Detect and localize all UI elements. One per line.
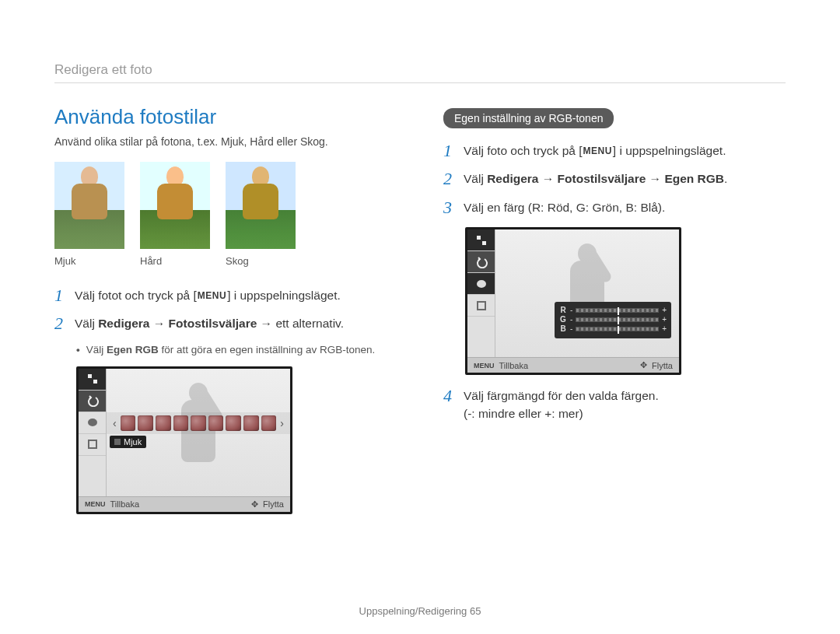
style-chip — [208, 415, 224, 431]
bullet-post: för att göra en egen inställning av RGB-… — [159, 344, 375, 356]
undo-icon — [79, 391, 106, 412]
svg-rect-5 — [482, 241, 486, 245]
step2-text-pre: Välj — [75, 317, 98, 330]
svg-rect-4 — [477, 236, 481, 240]
thumb-labels: Mjuk Hård Skog — [54, 255, 397, 267]
footer-move-label: Flytta — [652, 361, 673, 370]
step-number: 1 — [443, 142, 456, 159]
left-step-1: 1 Välj fotot och tryck på [MENU] i uppsp… — [54, 287, 397, 304]
svg-point-2 — [88, 419, 97, 426]
page-footer: Uppspelning/Redigering 65 — [0, 605, 840, 617]
menu-button-label: MENU — [197, 289, 227, 303]
style-chip — [156, 415, 171, 431]
r-step1-pre: Välj foto och tryck på [ — [464, 144, 583, 157]
left-step-2: 2 Välj Redigera → Fotostilsväljare → ett… — [54, 315, 397, 332]
breadcrumb: Redigera ett foto — [54, 62, 786, 83]
left-column: Använda fotostilar Använd olika stilar p… — [54, 105, 397, 514]
style-chip — [191, 415, 206, 431]
intro-text: Använd olika stilar på fotona, t.ex. Mju… — [54, 135, 397, 148]
undo-icon — [467, 251, 495, 273]
thumb-label-soft: Mjuk — [54, 255, 124, 267]
r-step4-line2: (-: mindre eller +: mer) — [464, 405, 786, 422]
step2-text-post: → ett alternativ. — [257, 317, 344, 330]
step1-text-post: ] i uppspelningsläget. — [227, 289, 341, 302]
minus-icon: - — [570, 324, 572, 333]
frame-icon — [467, 295, 495, 317]
svg-rect-3 — [89, 440, 96, 448]
svg-rect-1 — [93, 380, 97, 384]
rgb-row-r: R - + — [559, 306, 667, 314]
rgb-slider — [576, 308, 659, 313]
subsection-pill: Egen inställning av RGB-tonen — [443, 108, 614, 128]
style-chip — [261, 415, 277, 431]
right-column: Egen inställning av RGB-tonen 1 Välj fot… — [443, 105, 786, 514]
nav-icon: ✥ — [640, 360, 647, 370]
right-step-4: 4 Välj färgmängd för den valda färgen. (… — [443, 387, 786, 422]
thumb-forest — [226, 162, 296, 249]
footer-back-label: Tillbaka — [110, 499, 140, 509]
step-number: 1 — [54, 287, 67, 304]
r-step1-post: ] i uppspelningsläget. — [613, 144, 726, 157]
plus-icon: + — [662, 315, 667, 324]
r-step2-pre: Välj — [464, 172, 487, 185]
style-strip: ‹ › — [107, 412, 290, 434]
bullet-pre: Välj — [86, 344, 107, 356]
section-heading: Använda fotostilar — [54, 105, 397, 129]
plus-icon: + — [662, 324, 667, 333]
step-number: 3 — [443, 199, 456, 216]
lcd-preview: R - + G - + — [495, 229, 679, 357]
rgb-label-b: B — [559, 324, 567, 333]
left-sub-bullet: • Välj Egen RGB för att göra en egen ins… — [76, 344, 397, 356]
style-chip — [226, 415, 241, 431]
minus-icon: - — [570, 315, 572, 324]
rgb-label-g: G — [559, 315, 567, 324]
footer-page-number: 65 — [470, 605, 481, 617]
style-chip — [243, 415, 259, 431]
thumb-hard — [140, 162, 210, 249]
svg-rect-0 — [88, 374, 92, 378]
style-chip — [121, 415, 136, 431]
lcd-screen-rgb: R - + G - + — [465, 227, 681, 375]
style-swatch-icon — [114, 439, 121, 445]
step-number: 2 — [443, 170, 456, 187]
rgb-label-r: R — [559, 306, 567, 314]
r-step2-post: . — [724, 172, 727, 185]
nav-icon: ✥ — [251, 499, 258, 510]
plus-icon: + — [662, 306, 667, 314]
chevron-right-icon: › — [278, 417, 285, 429]
step2-bold: Redigera → Fotostilsväljare — [98, 317, 257, 330]
rgb-row-b: B - + — [559, 324, 667, 333]
exposure-icon — [79, 369, 106, 391]
lcd-side-toolbar — [467, 229, 495, 357]
step1-text-pre: Välj fotot och tryck på [ — [75, 289, 197, 302]
style-thumbnails — [54, 162, 397, 249]
rgb-slider — [576, 317, 659, 322]
style-chip — [173, 415, 189, 431]
thumb-soft — [54, 162, 124, 249]
thumb-label-forest: Skog — [226, 255, 296, 267]
r-step4-line1: Välj färgmängd för den valda färgen. — [464, 387, 786, 405]
chevron-left-icon: ‹ — [111, 417, 118, 429]
svg-rect-7 — [478, 302, 485, 310]
footer-back-label: Tillbaka — [499, 361, 529, 370]
lcd-footer: MENU Tillbaka ✥ Flytta — [79, 496, 290, 512]
rgb-panel: R - + G - + — [555, 302, 671, 338]
step-number: 2 — [54, 315, 67, 332]
r-step2-bold: Redigera → Fotostilsväljare → Egen RGB — [487, 172, 724, 185]
palette-icon — [79, 412, 106, 434]
rgb-row-g: G - + — [559, 315, 667, 324]
footer-move-label: Flytta — [263, 499, 284, 509]
exposure-icon — [467, 229, 495, 251]
minus-icon: - — [570, 306, 572, 314]
right-step-1: 1 Välj foto och tryck på [MENU] i uppspe… — [443, 142, 786, 159]
lcd-side-toolbar — [79, 369, 107, 496]
style-chip — [138, 415, 153, 431]
bullet-icon: • — [76, 344, 80, 356]
footer-section: Uppspelning/Redigering — [359, 605, 467, 617]
menu-button-label: MENU — [583, 145, 613, 158]
r-step3-text: Välj en färg (R: Röd, G: Grön, B: Blå). — [464, 199, 786, 216]
right-step-2: 2 Välj Redigera → Fotostilsväljare → Ege… — [443, 170, 786, 187]
menu-icon-label: MENU — [85, 500, 106, 508]
lcd-footer: MENU Tillbaka ✥ Flytta — [467, 357, 679, 373]
frame-icon — [79, 434, 106, 456]
